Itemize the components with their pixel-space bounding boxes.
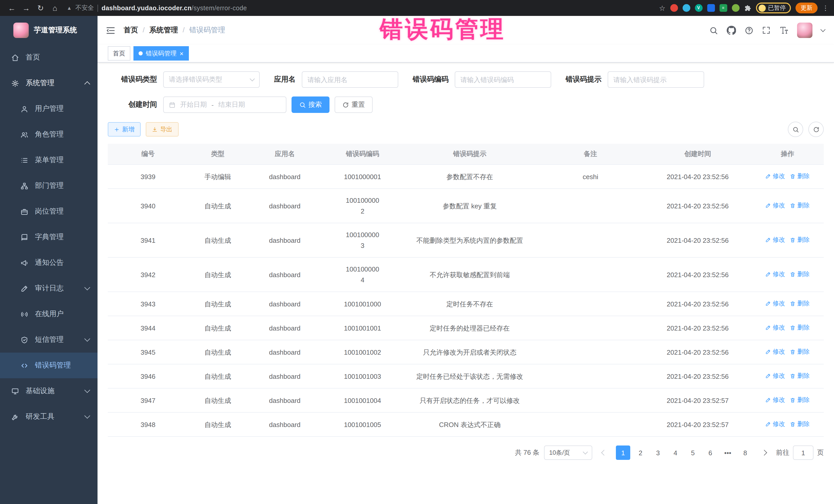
edit-link[interactable]: 修改: [766, 395, 785, 406]
view-tab[interactable]: 首页: [108, 46, 130, 61]
edit-link[interactable]: 修改: [766, 346, 785, 357]
column-header[interactable]: 创建时间: [644, 144, 751, 165]
url-text[interactable]: dashboard.yudao.iocoder.cn/system/error-…: [102, 4, 247, 12]
edit-link[interactable]: 修改: [766, 200, 785, 211]
extension-icon[interactable]: [682, 4, 690, 12]
sidebar-item[interactable]: 短信管理: [0, 327, 97, 353]
sidebar-item[interactable]: 用户管理: [0, 96, 97, 122]
column-header[interactable]: 备注: [537, 144, 644, 165]
edit-link[interactable]: 修改: [766, 322, 785, 333]
export-button[interactable]: 导出: [146, 122, 179, 136]
help-icon[interactable]: [745, 26, 753, 35]
forward-icon[interactable]: →: [20, 1, 33, 15]
edit-link[interactable]: 修改: [766, 235, 785, 245]
table-row[interactable]: 3943 自动生成 dashboard 1001001000 定时任务不存在 2…: [108, 292, 824, 316]
edit-link[interactable]: 修改: [766, 371, 785, 381]
goto-page-input[interactable]: [793, 445, 813, 460]
sidebar-item[interactable]: 角色管理: [0, 122, 97, 147]
sidebar-item[interactable]: 审计日志: [0, 276, 97, 301]
page-button[interactable]: 1: [616, 445, 630, 460]
search-button[interactable]: 搜索: [291, 96, 329, 113]
table-row[interactable]: 3940 自动生成 dashboard 1001000002 参数配置 key …: [108, 189, 824, 223]
extension-icon[interactable]: [731, 4, 739, 12]
sidebar-item[interactable]: 在线用户: [0, 301, 97, 327]
delete-link[interactable]: 删除: [790, 371, 810, 381]
table-row[interactable]: 3946 自动生成 dashboard 1001001003 定时任务已经处于该…: [108, 364, 824, 388]
date-range-picker[interactable]: 开始日期 - 结束日期: [163, 96, 286, 113]
table-row[interactable]: 3948 自动生成 dashboard 1001001005 CRON 表达式不…: [108, 412, 824, 437]
tab-close-icon[interactable]: [180, 50, 183, 57]
table-row[interactable]: 3947 自动生成 dashboard 1001001004 只有开启状态的任务…: [108, 388, 824, 412]
sidebar-item[interactable]: 错误码管理: [0, 353, 97, 378]
table-row[interactable]: 3939 手动编辑 dashboard 1001000001 参数配置不存在 c…: [108, 165, 824, 189]
font-size-icon[interactable]: [779, 26, 788, 35]
search-icon[interactable]: [709, 26, 718, 35]
table-row[interactable]: 3941 自动生成 dashboard 1001000003 不能删除类型为系统…: [108, 223, 824, 257]
reload-icon[interactable]: ↻: [34, 1, 47, 15]
table-row[interactable]: 3944 自动生成 dashboard 1001001001 定时任务的处理器已…: [108, 316, 824, 340]
page-button[interactable]: 5: [686, 445, 700, 460]
page-button[interactable]: 6: [703, 445, 718, 460]
column-header[interactable]: 应用名: [247, 144, 322, 165]
extension-icon[interactable]: ≡: [719, 4, 727, 12]
sidebar-item[interactable]: 字典管理: [0, 224, 97, 250]
page-button[interactable]: 2: [633, 445, 648, 460]
table-row[interactable]: 3942 自动生成 dashboard 1001000004 不允许获取敏感配置…: [108, 257, 824, 292]
sidebar-item[interactable]: 部门管理: [0, 173, 97, 199]
reset-button[interactable]: 重置: [335, 96, 373, 113]
edit-link[interactable]: 修改: [766, 298, 785, 309]
logo-row[interactable]: 芋道管理系统: [0, 16, 97, 45]
sidebar-item[interactable]: 基础设施: [0, 378, 97, 404]
delete-link[interactable]: 删除: [790, 235, 810, 245]
delete-link[interactable]: 删除: [790, 322, 810, 333]
github-icon[interactable]: [727, 26, 736, 35]
address-bar[interactable]: ▲ 不安全 dashboard.yudao.iocoder.cn/system/…: [67, 4, 247, 12]
delete-link[interactable]: 删除: [790, 298, 810, 309]
page-button[interactable]: 8: [738, 445, 752, 460]
sidebar-item[interactable]: 岗位管理: [0, 199, 97, 224]
error-type-select[interactable]: 请选择错误码类型: [163, 71, 260, 88]
delete-link[interactable]: 删除: [790, 419, 810, 430]
toggle-search-button[interactable]: [788, 122, 803, 137]
edit-link[interactable]: 修改: [766, 171, 785, 182]
delete-link[interactable]: 删除: [790, 395, 810, 406]
column-header[interactable]: 操作: [751, 144, 824, 165]
extension-icon[interactable]: V: [695, 4, 702, 12]
column-header[interactable]: 错误码编码: [322, 144, 403, 165]
column-header[interactable]: 编号: [108, 144, 188, 165]
delete-link[interactable]: 删除: [790, 171, 810, 182]
extension-icon[interactable]: [670, 4, 678, 12]
delete-link[interactable]: 删除: [790, 346, 810, 357]
sidebar-item[interactable]: 系统管理: [0, 70, 97, 96]
table-row[interactable]: 3945 自动生成 dashboard 1001001002 只允许修改为开启或…: [108, 340, 824, 364]
security-warning[interactable]: 不安全: [75, 4, 94, 12]
extension-icon[interactable]: [707, 4, 715, 12]
error-hint-input[interactable]: [608, 71, 704, 88]
browser-menu-icon[interactable]: ⋮: [822, 4, 829, 12]
sidebar-item[interactable]: 菜单管理: [0, 147, 97, 173]
breadcrumb-item[interactable]: 错误码管理: [178, 26, 225, 35]
extensions-puzzle-icon[interactable]: [744, 4, 751, 12]
breadcrumb-item[interactable]: 首页: [124, 26, 138, 35]
sidebar-item[interactable]: 首页: [0, 45, 97, 70]
app-name-input[interactable]: [302, 71, 398, 88]
page-button[interactable]: 3: [651, 445, 665, 460]
prev-page-button[interactable]: [597, 445, 611, 460]
delete-link[interactable]: 删除: [790, 269, 810, 280]
bookmark-star-icon[interactable]: ☆: [659, 4, 665, 12]
paused-badge[interactable]: 已暂停: [756, 3, 791, 13]
update-button[interactable]: 更新: [795, 3, 817, 13]
add-button[interactable]: 新增: [108, 122, 140, 136]
back-icon[interactable]: ←: [5, 1, 19, 15]
page-size-select[interactable]: 10条/页: [544, 445, 592, 460]
next-page-button[interactable]: [757, 445, 771, 460]
browser-home-icon[interactable]: ⌂: [48, 1, 62, 15]
breadcrumb-item[interactable]: 系统管理: [138, 26, 178, 35]
delete-link[interactable]: 删除: [790, 200, 810, 211]
column-header[interactable]: 错误码提示: [403, 144, 536, 165]
fullscreen-icon[interactable]: [762, 26, 770, 35]
edit-link[interactable]: 修改: [766, 419, 785, 430]
page-button[interactable]: 4: [668, 445, 683, 460]
sidebar-item[interactable]: 研发工具: [0, 404, 97, 430]
view-tab[interactable]: 错误码管理: [133, 46, 189, 61]
